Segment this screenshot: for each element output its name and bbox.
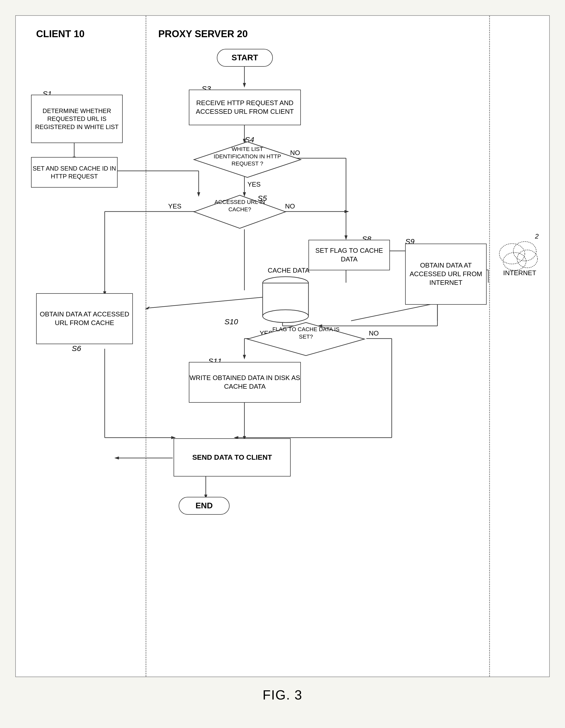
internet-cloud: 2 INTERNET [494, 230, 545, 281]
svg-point-65 [517, 250, 538, 268]
obtain-cache-box: OBTAIN DATA AT ACCESSED URL FROM CACHE [36, 293, 133, 344]
set-flag-box: SET FLAG TO CACHE DATA [308, 240, 390, 270]
svg-marker-54 [114, 456, 119, 459]
write-disk-box: WRITE OBTAINED DATA IN DISK AS CACHE DAT… [189, 362, 301, 403]
send-data-box: SEND DATA TO CLIENT [174, 438, 291, 477]
end-box: END [179, 497, 230, 515]
svg-text:2: 2 [535, 233, 539, 240]
obtain-internet-box: OBTAIN DATA AT ACCESSED URL FROM INTERNE… [405, 244, 487, 305]
divider-proxy-internet [489, 16, 490, 677]
white-list-diamond: WHITE LIST IDENTIFICATION IN HTTP REQUES… [191, 141, 303, 179]
cache-data-label: CACHE DATA [268, 267, 309, 274]
determine-white-list-box: DETERMINE WHETHER REQUESTED URL IS REGIS… [31, 95, 123, 143]
svg-text:YES: YES [168, 203, 181, 210]
client-label: CLIENT 10 [36, 29, 84, 39]
svg-marker-22 [345, 210, 349, 213]
svg-marker-6 [243, 83, 246, 88]
white-list-text: WHITE LIST IDENTIFICATION IN HTTP REQUES… [212, 146, 283, 167]
svg-text:NO: NO [369, 330, 379, 337]
step-s10: S10 [224, 317, 238, 326]
receive-http-box: RECEIVE HTTP REQUEST AND ACCESSED URL FR… [189, 90, 301, 125]
proxy-label: PROXY SERVER 20 [158, 29, 248, 39]
step-s6: S6 [72, 344, 81, 353]
internet-text: INTERNET [503, 269, 536, 277]
fig-caption: FIG. 3 [263, 687, 302, 703]
cloud-svg: 2 [494, 233, 545, 274]
divider-client-proxy [146, 16, 146, 677]
set-send-cache-box: SET AND SEND CACHE ID IN HTTP REQUEST [31, 157, 118, 188]
diagram-container: CLIENT 10 PROXY SERVER 20 YES NO [15, 15, 550, 677]
svg-line-31 [351, 303, 437, 321]
accessed-url-diamond: ACCESSED URL IN CACHE? [191, 194, 288, 230]
svg-marker-14 [345, 235, 348, 240]
svg-text:YES: YES [247, 181, 261, 188]
flag-set-text: FLAG TO CACHE DATA IS SET? [268, 326, 344, 340]
flag-set-diamond: FLAG TO CACHE DATA IS SET? [245, 321, 367, 357]
svg-point-61 [263, 310, 308, 323]
accessed-url-text: ACCESSED URL IN CACHE? [209, 199, 270, 213]
cache-cylinder [260, 275, 311, 326]
start-box: START [217, 49, 273, 67]
